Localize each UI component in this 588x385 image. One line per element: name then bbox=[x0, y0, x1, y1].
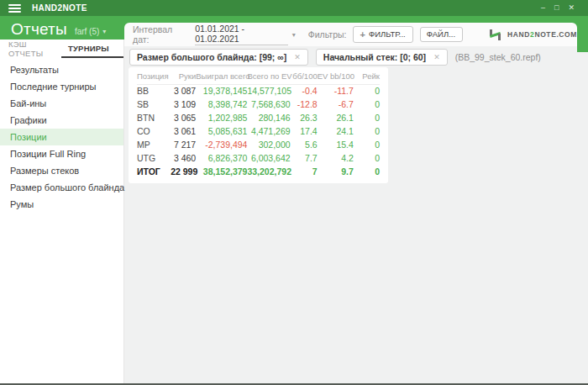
won-cell: 1,202,985 bbox=[196, 111, 247, 124]
evbb100-cell: -6.7 bbox=[318, 98, 354, 111]
ev-cell: 302,000 bbox=[247, 138, 290, 151]
hands-cell: 7 217 bbox=[171, 138, 196, 151]
positions-table: Позиция Руки Выиграл всего Всего по EV б… bbox=[137, 69, 380, 178]
column-header-ev[interactable]: Всего по EV bbox=[247, 69, 290, 84]
file-button-label: ФАЙЛ... bbox=[427, 30, 455, 39]
hands-cell: 3 061 bbox=[171, 124, 196, 138]
won-cell: 38,152,379 bbox=[196, 165, 247, 178]
bb100-cell: 7.7 bbox=[291, 151, 318, 165]
column-header-bb100[interactable]: бб/100 bbox=[291, 69, 318, 84]
table-row-mp[interactable]: MP 7 217 -2,739,494 302,000 5.6 15.4 0 bbox=[137, 138, 380, 151]
filter-file-name: (BB_99_stek_60.repf) bbox=[455, 52, 541, 62]
position-cell: ИТОГ bbox=[137, 165, 171, 178]
brand-text: HAND2NOTE.COM bbox=[507, 30, 577, 39]
rake-cell: 0 bbox=[354, 98, 380, 111]
hamburger-menu-icon[interactable] bbox=[8, 4, 21, 13]
sidebar-item-graphs[interactable]: Графики bbox=[0, 112, 123, 129]
bb100-cell: -0.4 bbox=[291, 84, 318, 98]
add-filter-button[interactable]: + ФИЛЬТР... bbox=[353, 26, 412, 43]
toolbar: Интервал дат: 01.01.2021 - 01.02.2021 ▾ … bbox=[124, 23, 577, 46]
remove-filter-icon[interactable]: ✕ bbox=[294, 53, 301, 61]
won-cell: 19,378,145 bbox=[196, 84, 247, 98]
position-cell: BB bbox=[137, 84, 171, 98]
bb100-cell: 5.6 bbox=[291, 138, 318, 151]
date-range-picker[interactable]: 01.01.2021 - 01.02.2021 bbox=[195, 24, 288, 45]
rake-cell: 0 bbox=[354, 138, 380, 151]
filter-chip-big-blind[interactable]: Размер большого блайнда: [99; ∞] ✕ bbox=[129, 49, 308, 66]
hands-cell: 3 087 bbox=[171, 84, 196, 98]
sidebar-item-recent-tournaments[interactable]: Последние турниры bbox=[0, 78, 123, 95]
add-filter-button-label: ФИЛЬТР... bbox=[369, 30, 406, 39]
evbb100-cell: -11.7 bbox=[318, 84, 354, 98]
chevron-down-icon[interactable]: ▾ bbox=[292, 31, 296, 39]
ev-cell: 7,568,630 bbox=[247, 98, 290, 111]
table-row-utg[interactable]: UTG 3 460 6,826,370 6,003,642 7.7 4.2 0 bbox=[137, 151, 380, 165]
position-cell: SB bbox=[137, 98, 171, 111]
column-header-won[interactable]: Выиграл всего bbox=[196, 69, 247, 84]
ev-cell: 14,577,105 bbox=[247, 84, 290, 98]
rake-cell: 0 bbox=[354, 124, 380, 138]
filter-chip-label: Размер большого блайнда: [99; ∞] bbox=[137, 52, 286, 62]
column-header-hands[interactable]: Руки bbox=[171, 69, 196, 84]
won-cell: -2,739,494 bbox=[196, 138, 247, 151]
date-interval-label: Интервал дат: bbox=[133, 24, 189, 45]
hands-cell: 3 109 bbox=[171, 98, 196, 111]
filter-chip-start-stack[interactable]: Начальный стек: [0; 60] ✕ bbox=[316, 49, 448, 66]
table-row-sb[interactable]: SB 3 109 8,398,742 7,568,630 -12.8 -6.7 … bbox=[137, 98, 380, 111]
table-row-co[interactable]: CO 3 061 5,085,631 4,471,269 17.4 24.1 0 bbox=[137, 124, 380, 138]
bb100-cell: -12.8 bbox=[291, 98, 318, 111]
table-row-btn[interactable]: BTN 3 065 1,202,985 280,146 26.3 26.1 0 bbox=[137, 111, 380, 124]
account-selector[interactable]: farf (5) ▾ bbox=[75, 27, 106, 36]
table-header-row: Позиция Руки Выиграл всего Всего по EV б… bbox=[137, 69, 380, 84]
remove-filter-icon[interactable]: ✕ bbox=[433, 53, 440, 61]
ev-cell: 6,003,642 bbox=[247, 151, 290, 165]
filter-chips-row: Размер большого блайнда: [99; ∞] ✕ Начал… bbox=[129, 49, 541, 66]
position-cell: CO bbox=[137, 124, 171, 138]
evbb100-cell: 15.4 bbox=[318, 138, 354, 151]
position-cell: MP bbox=[137, 138, 171, 151]
sidebar-item-positions[interactable]: Позиции bbox=[0, 129, 123, 145]
position-cell: UTG bbox=[137, 151, 171, 165]
file-button[interactable]: ФАЙЛ... bbox=[420, 27, 463, 42]
sidebar-item-buyins[interactable]: Бай-ины bbox=[0, 95, 123, 112]
sidebar-item-stack-sizes[interactable]: Размеры стеков bbox=[0, 162, 123, 179]
hand2note-brand-link[interactable]: HAND2NOTE.COM bbox=[490, 29, 577, 40]
won-cell: 6,826,370 bbox=[196, 151, 247, 165]
titlebar: HAND2NOTE – □ ✕ bbox=[0, 0, 588, 16]
page-title: Отчеты bbox=[11, 20, 67, 39]
table-row-total[interactable]: ИТОГ 22 999 38,152,379 33,202,792 7 9.7 … bbox=[137, 165, 380, 178]
hand2note-logo-icon bbox=[490, 29, 501, 40]
filters-label: Фильтры: bbox=[308, 29, 347, 40]
evbb100-cell: 9.7 bbox=[318, 165, 354, 178]
filter-chip-label: Начальный стек: [0; 60] bbox=[323, 52, 426, 62]
bb100-cell: 17.4 bbox=[291, 124, 318, 138]
app-title: HAND2NOTE bbox=[32, 3, 87, 13]
minimize-icon[interactable]: – bbox=[541, 4, 545, 12]
sidebar-item-positions-full-ring[interactable]: Позиции Full Ring bbox=[0, 145, 123, 162]
positions-report-card: Позиция Руки Выиграл всего Всего по EV б… bbox=[129, 67, 388, 183]
hands-cell: 3 460 bbox=[171, 151, 196, 165]
column-header-rake[interactable]: Рейк bbox=[354, 69, 380, 84]
rake-cell: 0 bbox=[354, 84, 380, 98]
column-header-evbb100[interactable]: EV bb/100 bbox=[318, 69, 354, 84]
sidebar-item-rooms[interactable]: Румы bbox=[0, 196, 123, 213]
column-header-position[interactable]: Позиция bbox=[137, 69, 171, 84]
table-row-bb[interactable]: BB 3 087 19,378,145 14,577,105 -0.4 -11.… bbox=[137, 84, 380, 98]
window-controls: – □ ✕ bbox=[541, 4, 575, 12]
hand2note-window: HAND2NOTE – □ ✕ Интервал дат: 01.01.2021… bbox=[0, 0, 588, 385]
won-cell: 8,398,742 bbox=[196, 98, 247, 111]
tab-tournaments[interactable]: ТУРНИРЫ bbox=[61, 40, 123, 58]
maximize-icon[interactable]: □ bbox=[554, 4, 559, 12]
evbb100-cell: 4.2 bbox=[318, 151, 354, 165]
sidebar-item-big-blind-size[interactable]: Размер большого блайнда bbox=[0, 179, 123, 196]
evbb100-cell: 24.1 bbox=[318, 124, 354, 138]
header-band-right bbox=[577, 16, 588, 52]
chevron-down-icon: ▾ bbox=[102, 28, 106, 35]
plus-icon: + bbox=[360, 29, 365, 40]
hands-cell: 3 065 bbox=[171, 111, 196, 124]
position-cell: BTN bbox=[137, 111, 171, 124]
close-icon[interactable]: ✕ bbox=[568, 4, 575, 12]
sidebar-item-results[interactable]: Результаты bbox=[0, 61, 123, 78]
tab-cash-reports[interactable]: КЭШ ОТЧЕТЫ bbox=[0, 40, 61, 58]
rake-cell: 0 bbox=[354, 165, 380, 178]
